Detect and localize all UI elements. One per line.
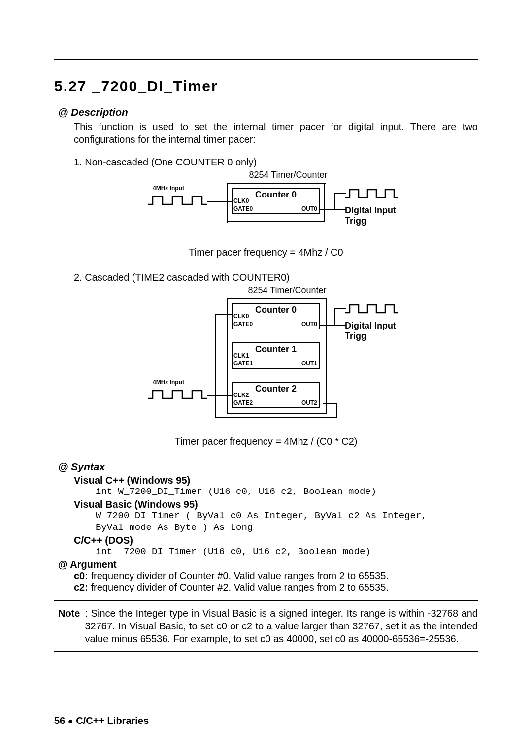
config2-formula: Timer pacer frequency = 4Mhz / (C0 * C2) (54, 436, 478, 447)
wire (334, 193, 346, 194)
arg-c0-label: c0: (74, 570, 88, 581)
syntax-vb-label: Visual Basic (Windows 95) (74, 499, 478, 510)
c0-out: OUT0 (301, 321, 317, 328)
arg-c2-text: frequency divider of Counter #2. Valid v… (88, 582, 389, 592)
top-rule (54, 59, 478, 60)
wire (320, 325, 335, 326)
chip-outline-right (324, 183, 325, 222)
wire (336, 403, 337, 418)
footer-title: C/C++ Libraries (76, 715, 149, 726)
wire (334, 193, 335, 210)
diagram-1: 8254 Timer/Counter 4MHz Input Counter 0 … (128, 170, 404, 239)
wire (334, 209, 346, 210)
note-text: : Since the Integer type in Visual Basic… (85, 607, 478, 645)
c1-label: Counter 1 (255, 344, 297, 354)
c0-label: Counter 0 (255, 305, 297, 315)
section-number: 5.27 (54, 78, 87, 94)
wire (215, 314, 232, 315)
digital-input-trigger-label: Digital Input Trigg (345, 205, 404, 226)
c2-clk: CLK2 (233, 392, 249, 398)
wire (320, 209, 335, 210)
output-pulse-icon-2 (345, 303, 399, 315)
diagram1-caption: 8254 Timer/Counter (246, 170, 330, 180)
input-pulse-icon-2 (148, 389, 207, 400)
argument-c0: c0: frequency divider of Counter #0. Val… (74, 570, 478, 582)
clk0-label: CLK0 (233, 197, 249, 204)
c1-out: OUT1 (301, 360, 317, 367)
syntax-cc-label: C/C++ (DOS) (74, 535, 478, 546)
syntax-vb-code2: ByVal mode As Byte ) As Long (96, 522, 478, 533)
argument-c2: c2: frequency divider of Counter #2. Val… (74, 582, 478, 593)
input-4mhz-label: 4MHz Input (153, 185, 184, 192)
syntax-vc-label: Visual C++ (Windows 95) (74, 475, 478, 486)
c2-label: Counter 2 (255, 384, 297, 394)
output-pulse-icon (345, 188, 399, 199)
syntax-vb-code1: W_7200_DI_Timer ( ByVal c0 As Integer, B… (96, 510, 478, 521)
wire (207, 395, 232, 396)
c0-gate: GATE0 (233, 321, 253, 328)
syntax-heading: @ Syntax (58, 461, 478, 473)
c2-out: OUT2 (301, 399, 317, 406)
note-label: Note (58, 607, 80, 645)
input-4mhz-label-2: 4MHz Input (153, 379, 184, 386)
mid-rule-2 (54, 651, 478, 652)
footer-page: 56 (54, 715, 65, 726)
digital-input-trigger-label-2: Digital Input Trigg (345, 321, 404, 341)
wire (215, 314, 216, 418)
out0-label: OUT0 (301, 205, 317, 212)
c2-gate: GATE2 (233, 399, 253, 406)
argument-heading: @ Argument (58, 559, 478, 570)
config1-formula: Timer pacer frequency = 4Mhz / C0 (54, 247, 478, 258)
page-footer: 56 ● C/C++ Libraries (54, 715, 149, 726)
chip-outline-bottom (227, 221, 325, 222)
section-heading: 5.27 _7200_DI_Timer (54, 78, 478, 95)
diagram2-caption: 8254 Timer/Counter (245, 285, 329, 296)
config2-title: 2. Cascaded (TIME2 cascaded with COUNTER… (74, 272, 478, 283)
syntax-vc-code: int W_7200_DI_Timer (U16 c0, U16 c2, Boo… (96, 486, 478, 497)
wire (323, 403, 337, 404)
config1-title: 1. Non-cascaded (One COUNTER 0 only) (74, 157, 478, 168)
description-heading: @ Description (58, 106, 478, 118)
note-block: Note : Since the Integer type in Visual … (58, 607, 478, 645)
c0-clk: CLK0 (233, 313, 249, 320)
wire (215, 417, 337, 418)
mid-rule-1 (54, 600, 478, 601)
arg-c2-label: c2: (74, 582, 88, 592)
diagram-2: 8254 Timer/Counter Counter 0 CLK0 GATE0 … (128, 285, 404, 428)
arg-c0-text: frequency divider of Counter #0. Valid v… (88, 570, 389, 581)
section-title: _7200_DI_Timer (92, 78, 218, 94)
wire (334, 308, 346, 309)
input-pulse-icon (148, 195, 207, 206)
c1-gate: GATE1 (233, 360, 253, 367)
gate0-label: GATE0 (233, 205, 253, 212)
c1-clk: CLK1 (233, 352, 249, 359)
description-text: This function is used to set the interna… (74, 120, 478, 146)
syntax-cc-code: int _7200_DI_Timer (U16 c0, U16 c2, Bool… (96, 546, 478, 557)
footer-bullet-icon: ● (68, 716, 73, 726)
wire (334, 325, 346, 326)
wire (334, 308, 335, 326)
